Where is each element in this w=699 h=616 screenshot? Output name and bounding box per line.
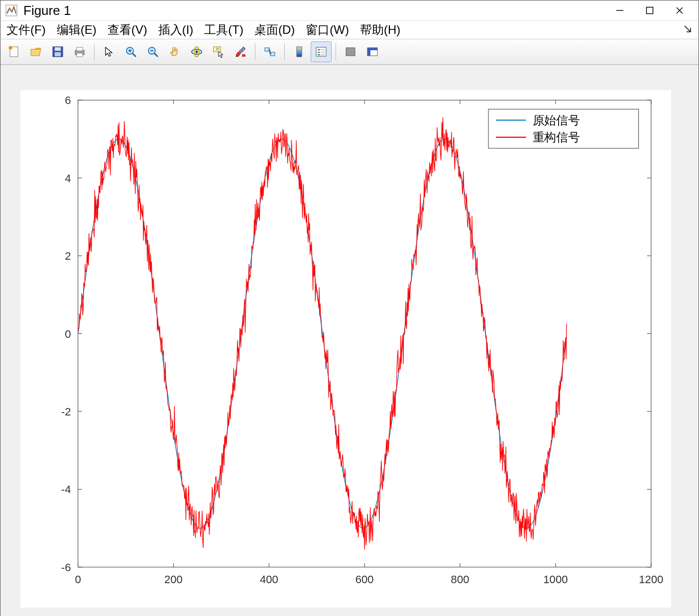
svg-line-14	[132, 53, 136, 57]
svg-point-22	[196, 51, 198, 53]
menu-view[interactable]: 查看(V)	[105, 21, 150, 39]
svg-rect-41	[78, 100, 651, 567]
svg-rect-9	[55, 52, 61, 56]
toolbar-separator	[284, 43, 285, 60]
minimize-button[interactable]	[605, 0, 635, 20]
toolbar-separator	[255, 43, 255, 60]
svg-rect-29	[297, 47, 302, 57]
save-icon[interactable]	[47, 41, 68, 62]
svg-rect-39	[367, 48, 370, 56]
print-icon[interactable]	[69, 41, 90, 62]
svg-rect-8	[55, 47, 61, 51]
svg-text:-2: -2	[61, 406, 71, 418]
datacursor-icon[interactable]	[208, 41, 229, 62]
undock-arrow-icon[interactable]	[684, 25, 696, 35]
svg-text:重构信号: 重构信号	[533, 130, 581, 144]
svg-text:6: 6	[65, 94, 71, 106]
svg-text:1000: 1000	[543, 573, 568, 586]
svg-rect-11	[77, 47, 83, 51]
svg-rect-37	[346, 48, 355, 56]
svg-text:4: 4	[65, 172, 71, 185]
titlebar: Figure 1	[0, 0, 699, 21]
dock-app-icon[interactable]	[362, 41, 383, 62]
svg-text:200: 200	[164, 573, 183, 586]
toolbar	[0, 39, 699, 65]
axes[interactable]: 020040060080010001200-6-4-20246原始信号重构信号	[20, 90, 671, 608]
window-title: Figure 1	[23, 3, 71, 18]
svg-text:0: 0	[65, 328, 71, 340]
svg-rect-26	[242, 54, 245, 57]
svg-text:400: 400	[260, 573, 278, 586]
menu-help[interactable]: 帮助(H)	[357, 21, 403, 39]
svg-text:800: 800	[451, 573, 469, 586]
link-icon[interactable]	[259, 41, 280, 62]
brush-icon[interactable]	[230, 41, 251, 62]
plot-container: 020040060080010001200-6-4-20246原始信号重构信号 …	[0, 65, 699, 616]
zoom-out-icon[interactable]	[142, 41, 163, 62]
svg-text:原始信号: 原始信号	[533, 113, 581, 127]
new-figure-icon[interactable]	[3, 41, 24, 62]
svg-rect-2	[647, 7, 653, 14]
close-button[interactable]	[665, 0, 695, 20]
svg-text:1200: 1200	[639, 573, 663, 586]
pan-icon[interactable]	[164, 41, 185, 62]
svg-text:-4: -4	[61, 483, 71, 496]
svg-text:2: 2	[65, 250, 71, 262]
rotate-3d-icon[interactable]	[186, 41, 207, 62]
svg-line-18	[154, 53, 158, 57]
menu-insert[interactable]: 插入(I)	[155, 21, 197, 39]
figure-window: Figure 1 文件(F) 编辑(E) 查看(V) 插入(I) 工具(T) 桌…	[0, 0, 699, 616]
legend-icon[interactable]	[311, 41, 332, 62]
menu-file[interactable]: 文件(F)	[3, 21, 49, 39]
open-icon[interactable]	[25, 41, 46, 62]
svg-rect-40	[370, 48, 377, 50]
pointer-icon[interactable]	[99, 41, 119, 62]
maximize-button[interactable]	[635, 0, 665, 20]
svg-rect-23	[214, 47, 221, 52]
menu-edit[interactable]: 编辑(E)	[54, 21, 100, 39]
menu-tools[interactable]: 工具(T)	[201, 21, 246, 39]
toolbar-separator	[336, 43, 336, 60]
toolbar-separator	[94, 43, 95, 60]
colorbar-icon[interactable]	[289, 41, 310, 62]
hide-plot-tools-icon[interactable]	[340, 41, 361, 62]
menu-window[interactable]: 窗口(W)	[303, 21, 352, 39]
app-icon	[4, 3, 18, 17]
menu-desktop[interactable]: 桌面(D)	[251, 21, 298, 39]
svg-rect-12	[77, 53, 83, 57]
zoom-in-icon[interactable]	[120, 41, 141, 62]
svg-text:600: 600	[355, 573, 374, 586]
menubar: 文件(F) 编辑(E) 查看(V) 插入(I) 工具(T) 桌面(D) 窗口(W…	[0, 21, 699, 39]
svg-text:-6: -6	[61, 561, 71, 574]
svg-text:0: 0	[75, 573, 81, 586]
